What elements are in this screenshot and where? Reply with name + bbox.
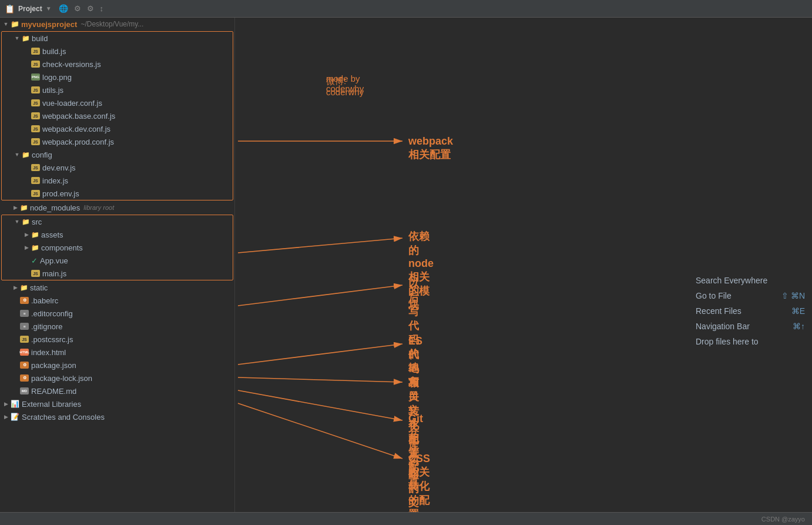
chevron-scratches [2,413,9,420]
png-icon-logo: PNG [31,73,40,81]
build-folder-item[interactable]: 📁 build [2,32,233,45]
file-editorconfig[interactable]: ≡ .editorconfig [0,307,234,320]
vue-check-icon: ✓ [31,256,38,265]
tune-icon[interactable]: ⚙ [74,4,81,13]
file-webpack-dev[interactable]: JS webpack.dev.conf.js [2,122,233,135]
node-modules-name: node_modules [30,203,80,212]
file-check-versions[interactable]: JS check-versions.js [2,58,233,71]
chevron-static [12,284,19,291]
css-text: CSS相关转化的配置 [408,453,430,512]
src-folder-item[interactable]: 📁 src [2,215,233,228]
search-everywhere-label: Search Everywhere [696,276,767,285]
file-index-js[interactable]: JS index.js [2,174,233,187]
globe-icon[interactable]: 🌐 [59,4,68,13]
svg-line-3 [238,285,402,306]
filename-main-js: main.js [42,269,66,278]
external-libraries-item[interactable]: 📊 External Libraries [0,397,234,410]
svg-line-6 [238,390,402,420]
svg-line-7 [238,403,402,459]
js-icon-vue-loader: JS [31,99,40,106]
navigation-bar-key: ⌘↑ [793,322,805,331]
chevron-assets [23,231,30,238]
library-root-badge: library root [83,204,114,211]
file-gitignore[interactable]: ≡ .gitignore [0,320,234,333]
config-folder-name: config [32,151,52,159]
settings-icon[interactable]: ⚙ [87,4,94,13]
file-prod-env[interactable]: JS prod.env.js [2,187,233,200]
config-folder-item[interactable]: 📁 config [2,148,233,161]
dropdown-arrow[interactable]: ▼ [46,5,52,12]
project-icon: 📋 [5,4,15,14]
js-icon-check: JS [31,61,40,68]
file-tree-sidebar[interactable]: 📁 myvuejsproject ~/Desktop/Vue/my... 📁 b… [0,18,235,512]
recent-files-key: ⌘E [791,306,805,316]
project-root-item[interactable]: 📁 myvuejsproject ~/Desktop/Vue/my... [0,18,234,31]
assets-folder-item[interactable]: 📁 assets [2,228,233,241]
chevron-build [14,35,21,42]
file-package-json[interactable]: ⚙ package.json [0,359,234,372]
layout-icon[interactable]: ↕ [100,4,104,13]
js-icon-postcss: JS [20,336,29,343]
file-webpack-prod[interactable]: JS webpack.prod.conf.js [2,135,233,148]
navigation-bar-hint: Navigation Bar ⌘↑ [689,319,812,334]
file-index-html[interactable]: HTML index.html [0,346,234,359]
filename-app-vue: App.vue [40,256,68,265]
filename-dev-env: dev.env.js [42,163,76,172]
components-folder-item[interactable]: 📁 components [2,241,233,254]
chevron-node-modules [12,204,19,211]
file-readme-md[interactable]: MD README.md [0,384,234,397]
file-utils-js[interactable]: JS utils.js [2,83,233,96]
js-icon-utils: JS [31,86,40,93]
scratches-icon: 📝 [11,413,19,421]
js-icon-prod-env: JS [31,190,40,197]
svg-line-5 [238,377,402,382]
file-postcssrc[interactable]: JS .postcssrc.js [0,333,234,346]
filename-postcssrc: .postcssrc.js [31,335,73,344]
static-folder-item[interactable]: 📁 static [0,281,234,294]
chevron-project [2,21,9,28]
recent-files-hint: Recent Files ⌘E [689,303,812,319]
build-highlight-box: 📁 build JS build.js JS check-versions.js… [1,31,233,200]
js-icon-webpack-base: JS [31,112,40,119]
file-app-vue[interactable]: ✓ App.vue [2,254,233,267]
js-icon-main: JS [31,270,40,277]
js-icon-index: JS [31,177,40,184]
chevron-src [14,218,21,225]
navigation-bar-label: Navigation Bar [696,322,750,331]
file-package-lock-json[interactable]: ⚙ package-lock.json [0,372,234,384]
file-build-js[interactable]: JS build.js [2,45,233,58]
build-folder-name: build [32,34,48,43]
go-to-file-label: Go to File [696,291,732,300]
project-root-name: myvuejsproject [21,20,77,29]
file-icon-gitignore: ≡ [20,323,29,330]
title-bar-actions: 🌐 ⚙ ⚙ ↕ [59,4,104,13]
folder-icon-config: 📁 [22,151,30,159]
filename-webpack-prod: webpack.prod.conf.js [42,138,114,146]
file-dev-env[interactable]: JS dev.env.js [2,161,233,174]
folder-icon-assets: 📁 [31,231,39,239]
folder-icon-node-modules: 📁 [20,204,28,212]
filename-check-versions: check-versions.js [42,60,101,69]
filename-index-html: index.html [31,348,66,357]
chevron-ext-libs [2,400,9,407]
file-main-js[interactable]: JS main.js [2,267,233,280]
static-folder-name: static [30,283,48,292]
external-libraries-name: External Libraries [22,400,81,409]
file-logo-png[interactable]: PNG logo.png [2,71,233,83]
file-webpack-base[interactable]: JS webpack.base.conf.js [2,109,233,122]
file-babelrc[interactable]: ⚙ .babelrc [0,294,234,307]
file-icon-editor: ≡ [20,310,29,317]
file-vue-loader-conf[interactable]: JS vue-loader.conf.js [2,96,233,109]
node-modules-item[interactable]: 📁 node_modules library root [0,201,234,214]
filename-build-js: build.js [42,47,66,56]
drop-files-label: Drop files here to [696,337,759,346]
svg-line-4 [238,344,402,365]
js-icon-webpack-prod: JS [31,138,40,145]
js-icon-dev-env: JS [31,164,40,171]
md-icon-readme: MD [20,387,29,394]
filename-utils: utils.js [42,86,63,95]
filename-index-js: index.js [42,176,68,185]
right-panel: Search Everywhere Go to File ⇧ ⌘N Recent… [689,270,812,352]
title-bar-left: 📋 Project ▼ [5,4,52,14]
scratches-item[interactable]: 📝 Scratches and Consoles [0,410,234,423]
